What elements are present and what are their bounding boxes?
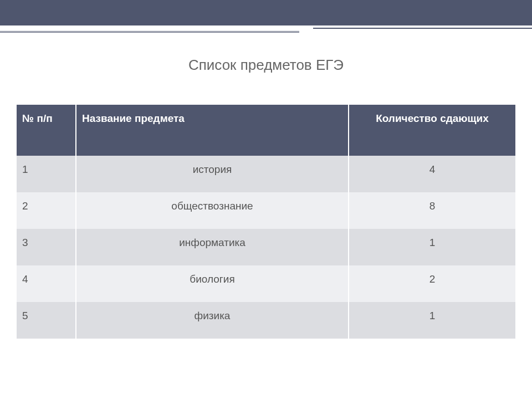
cell-count: 1 xyxy=(349,302,515,339)
cell-name: обществознание xyxy=(76,192,349,229)
cell-name: информатика xyxy=(76,229,349,265)
cell-num: 1 xyxy=(17,156,76,192)
col-header-count: Количество сдающих xyxy=(349,105,515,156)
cell-name: биология xyxy=(76,265,349,302)
cell-count: 2 xyxy=(349,265,515,302)
page-title: Список предметов ЕГЭ xyxy=(0,57,532,74)
cell-count: 4 xyxy=(349,156,515,192)
table-row: 3 информатика 1 xyxy=(17,229,515,265)
cell-count: 8 xyxy=(349,192,515,229)
col-header-name: Название предмета xyxy=(76,105,349,156)
cell-num: 3 xyxy=(17,229,76,265)
cell-name: история xyxy=(76,156,349,192)
table-row: 4 биология 2 xyxy=(17,265,515,302)
divider-right xyxy=(313,28,532,29)
table-row: 2 обществознание 8 xyxy=(17,192,515,229)
cell-num: 2 xyxy=(17,192,76,229)
cell-num: 4 xyxy=(17,265,76,302)
divider-left xyxy=(0,31,299,33)
divider-row xyxy=(0,25,532,37)
subjects-table: № п/п Название предмета Количество сдающ… xyxy=(17,105,515,339)
cell-name: физика xyxy=(76,302,349,339)
col-header-num: № п/п xyxy=(17,105,76,156)
cell-count: 1 xyxy=(349,229,515,265)
table-header-row: № п/п Название предмета Количество сдающ… xyxy=(17,105,515,156)
header-bar xyxy=(0,0,532,25)
table-row: 5 физика 1 xyxy=(17,302,515,339)
cell-num: 5 xyxy=(17,302,76,339)
table-row: 1 история 4 xyxy=(17,156,515,192)
